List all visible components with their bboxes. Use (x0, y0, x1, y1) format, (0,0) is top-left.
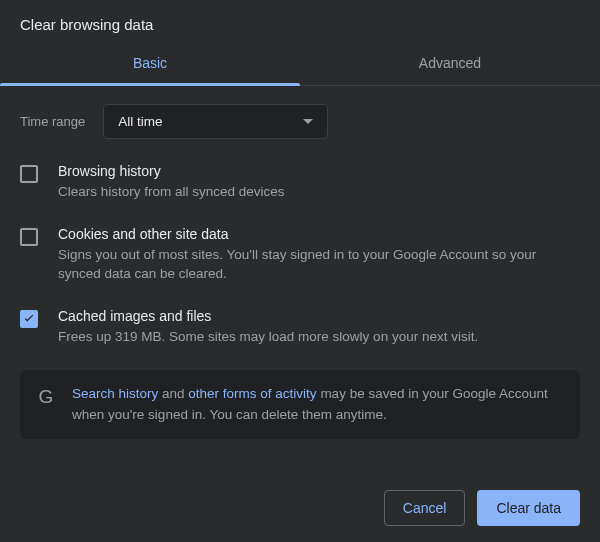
option-browsing-history: Browsing history Clears history from all… (20, 163, 580, 202)
option-desc: Signs you out of most sites. You'll stay… (58, 245, 580, 284)
option-text: Cookies and other site data Signs you ou… (58, 226, 580, 284)
option-title: Cookies and other site data (58, 226, 580, 242)
checkbox-cookies[interactable] (20, 228, 38, 246)
option-desc: Frees up 319 MB. Some sites may load mor… (58, 327, 478, 347)
option-text: Cached images and files Frees up 319 MB.… (58, 308, 478, 347)
tabs: Basic Advanced (0, 43, 600, 86)
checkbox-browsing-history[interactable] (20, 165, 38, 183)
dialog-body: Time range All time Browsing history Cle… (0, 86, 600, 439)
check-icon (22, 312, 36, 326)
tab-basic[interactable]: Basic (0, 43, 300, 85)
option-text: Browsing history Clears history from all… (58, 163, 285, 202)
time-range-label: Time range (20, 114, 85, 129)
clear-data-button[interactable]: Clear data (477, 490, 580, 526)
tab-advanced[interactable]: Advanced (300, 43, 600, 85)
option-desc: Clears history from all synced devices (58, 182, 285, 202)
option-title: Cached images and files (58, 308, 478, 324)
time-range-row: Time range All time (20, 104, 580, 139)
google-account-info: G Search history and other forms of acti… (20, 370, 580, 439)
option-cookies: Cookies and other site data Signs you ou… (20, 226, 580, 284)
dialog-footer: Cancel Clear data (384, 490, 580, 526)
cancel-button[interactable]: Cancel (384, 490, 466, 526)
dialog-title: Clear browsing data (0, 0, 600, 43)
info-text: Search history and other forms of activi… (72, 384, 564, 425)
info-text-seg: and (158, 386, 188, 401)
time-range-value: All time (118, 114, 162, 129)
time-range-select[interactable]: All time (103, 104, 328, 139)
option-title: Browsing history (58, 163, 285, 179)
checkbox-cache[interactable] (20, 310, 38, 328)
option-cache: Cached images and files Frees up 319 MB.… (20, 308, 580, 347)
link-search-history[interactable]: Search history (72, 386, 158, 401)
google-g-icon: G (36, 387, 56, 407)
link-other-activity[interactable]: other forms of activity (188, 386, 316, 401)
chevron-down-icon (303, 119, 313, 124)
